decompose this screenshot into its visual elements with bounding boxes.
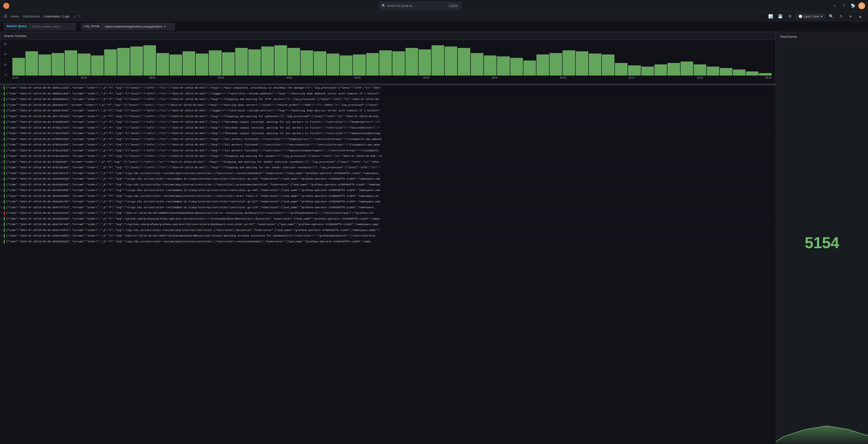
chart-bar[interactable]: [183, 51, 195, 75]
chart-bar[interactable]: [117, 48, 130, 75]
log-row[interactable]: ▶{"time":"2024-07-16T16:05:03.994285053Z…: [0, 176, 776, 182]
panel-add-button[interactable]: 📊: [767, 12, 775, 20]
log-row[interactable]: ▶{"time":"2024-07-16T16:05:03.994270744Z…: [0, 222, 776, 228]
grafana-logo[interactable]: [3, 2, 10, 9]
breadcrumb-home[interactable]: Home: [11, 14, 19, 18]
chart-bar[interactable]: [379, 50, 392, 75]
time-range-picker[interactable]: 🕐 Last 1 hour ▾: [796, 13, 826, 19]
log-expander[interactable]: ▶: [0, 183, 4, 186]
log-expander[interactable]: ▶: [0, 98, 4, 101]
log-expander[interactable]: ▶: [0, 240, 4, 243]
refresh-button[interactable]: ↻: [837, 12, 845, 20]
log-row[interactable]: ▶{"time":"2024-07-16T16:05:04.086398801Z…: [0, 97, 776, 102]
collapse-button[interactable]: ▲: [857, 12, 864, 20]
log-row[interactable]: ▶{"time":"2024-07-16T16:05:04.079301582"…: [0, 159, 776, 165]
log-row[interactable]: ▶{"time":"2024-07-16T16:05:04.079311757Z…: [0, 125, 776, 131]
chart-bar[interactable]: [12, 58, 25, 75]
chart-bar[interactable]: [720, 68, 733, 75]
chart-bar[interactable]: [510, 58, 523, 75]
notifications-button[interactable]: 📡: [849, 2, 857, 10]
share-button[interactable]: ⤴: [78, 14, 80, 19]
log-row[interactable]: ▶{"time":"2024-07-16T16:05:04.086381184Z…: [0, 91, 776, 97]
chart-bar[interactable]: [301, 50, 313, 75]
log-row[interactable]: ▶{"time":"2024-07-16T16:05:03.994265449Z…: [0, 216, 776, 222]
chart-bar[interactable]: [130, 46, 143, 75]
log-row[interactable]: ▶{"time":"2024-07-16T16:05:04.079510204Z…: [0, 142, 776, 148]
logs-container[interactable]: ▶{"time":"2024-07-16T16:05:04.086411332Z…: [0, 85, 776, 444]
log-group-dropdown[interactable]: /aws/containerinsights/test-cw/applicati…: [102, 23, 175, 30]
chart-bar[interactable]: [550, 53, 562, 75]
chart-bar[interactable]: [615, 63, 627, 75]
log-row[interactable]: ▶{"time":"2024-07-16T16:05:04.086411332Z…: [0, 85, 776, 91]
log-row[interactable]: ▶{"time":"2024-07-16T16:05:04.086403472"…: [0, 102, 776, 108]
search-query-input[interactable]: [30, 23, 76, 30]
chart-bar[interactable]: [261, 46, 274, 75]
chart-bar[interactable]: [497, 56, 509, 75]
chart-bar[interactable]: [392, 51, 405, 75]
refresh-interval-button[interactable]: ▾: [847, 12, 855, 20]
chart-bar[interactable]: [25, 51, 38, 75]
log-expander[interactable]: ▶: [0, 212, 4, 215]
chart-bar[interactable]: [287, 48, 300, 75]
log-expander[interactable]: ▶: [0, 172, 4, 175]
log-row[interactable]: ▶{"time":"2024-07-16T16:05:04.079501025Z…: [0, 136, 776, 142]
user-avatar[interactable]: A: [858, 2, 865, 9]
log-expander[interactable]: ▶: [0, 138, 4, 141]
chart-bar[interactable]: [707, 67, 719, 75]
log-expander[interactable]: ▶: [0, 126, 4, 129]
chart-bar[interactable]: [405, 48, 418, 75]
chart-bar[interactable]: [484, 56, 496, 75]
chart-bar[interactable]: [733, 69, 745, 75]
log-row[interactable]: ▶{"time":"2024-07-16T16:05:04.079130109Z…: [0, 165, 776, 171]
log-expander[interactable]: ▶: [0, 87, 4, 89]
chart-bar[interactable]: [65, 50, 77, 75]
chart-bar[interactable]: [589, 54, 601, 75]
menu-toggle-button[interactable]: ☰: [4, 14, 7, 19]
log-row[interactable]: ▶{"time":"2024-07-16T16:05:03.994290545Z…: [0, 182, 776, 188]
chart-bar[interactable]: [235, 48, 248, 75]
chart-bar[interactable]: [156, 53, 169, 75]
log-expander[interactable]: ▶: [0, 104, 4, 106]
log-expander[interactable]: ▶: [0, 229, 4, 232]
log-expander[interactable]: ▶: [0, 223, 4, 226]
save-button[interactable]: 💾: [776, 12, 784, 20]
chart-bar[interactable]: [209, 50, 221, 75]
chart-bar[interactable]: [353, 55, 366, 75]
log-expander[interactable]: ▶: [0, 155, 4, 158]
log-expander[interactable]: ▶: [0, 178, 4, 180]
star-button[interactable]: ☆: [73, 14, 76, 19]
zoom-out-button[interactable]: 🔍: [827, 12, 835, 20]
log-expander[interactable]: ▶: [0, 115, 4, 118]
dashboard-settings-button[interactable]: ⚙: [786, 12, 794, 20]
chart-bar[interactable]: [418, 50, 431, 75]
log-expander[interactable]: ▶: [0, 149, 4, 152]
add-button[interactable]: ＋: [831, 2, 838, 10]
chart-bar[interactable]: [340, 56, 352, 75]
log-expander[interactable]: ▶: [0, 217, 4, 220]
log-row[interactable]: ▶{"time":"2024-07-16T16:05:04.079315456Z…: [0, 131, 776, 136]
chart-bar[interactable]: [654, 64, 667, 75]
chart-bar[interactable]: [458, 48, 470, 75]
log-expander[interactable]: ▶: [0, 132, 4, 135]
log-row[interactable]: ▶{"time":"2024-07-16T16:05:03.994299378Z…: [0, 199, 776, 205]
chart-bar[interactable]: [169, 55, 182, 75]
log-row[interactable]: ▶{"time":"2024-07-16T16:05:03.994278217Z…: [0, 171, 776, 177]
log-expander[interactable]: ▶: [0, 189, 4, 192]
chart-bar[interactable]: [445, 46, 457, 75]
chart-bar[interactable]: [628, 65, 641, 75]
chart-bar[interactable]: [536, 55, 549, 75]
log-row[interactable]: ▶{"time":"2024-07-16T16:05:03.994242876Z…: [0, 211, 776, 216]
log-expander[interactable]: ▶: [0, 206, 4, 209]
bar-chart[interactable]: [12, 43, 772, 75]
log-row[interactable]: ▶{"time":"2024-07-16T16:05:04.079518024Z…: [0, 154, 776, 159]
chart-bar[interactable]: [693, 64, 706, 75]
chart-bar[interactable]: [576, 51, 588, 75]
log-row[interactable]: ▶{"time":"2024-07-16T16:05:03.994275757Z…: [0, 205, 776, 211]
help-button[interactable]: ?: [840, 2, 848, 10]
chart-bar[interactable]: [668, 63, 680, 75]
log-row[interactable]: ▶{"time":"2024-07-16T16:05:04.082779319Z…: [0, 114, 776, 120]
chart-bar[interactable]: [314, 51, 326, 75]
chart-bar[interactable]: [759, 73, 772, 75]
log-row[interactable]: ▶{"time":"2024-07-16T16:05:04.079514296Z…: [0, 148, 776, 154]
chart-bar[interactable]: [222, 52, 235, 75]
